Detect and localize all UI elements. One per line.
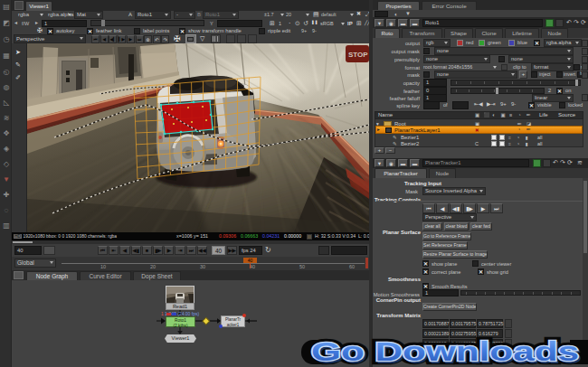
svg-text:STOP: STOP (348, 51, 368, 59)
svg-text:Go Downloads: Go Downloads (311, 337, 579, 366)
